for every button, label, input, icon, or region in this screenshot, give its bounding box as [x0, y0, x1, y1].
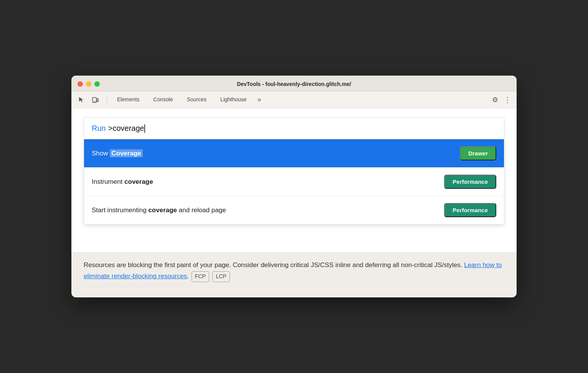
minimize-button[interactable]	[86, 81, 91, 87]
svg-rect-1	[97, 99, 98, 102]
run-label: Run	[92, 124, 106, 133]
command-input-text[interactable]: >coverage	[108, 124, 144, 133]
title-bar: DevTools - foul-heavenly-direction.glitc…	[71, 76, 517, 91]
bottom-content: Resources are blocking the first paint o…	[71, 252, 517, 297]
bold-coverage-2: coverage	[148, 206, 177, 214]
fcp-tag: FCP	[192, 271, 209, 282]
dropdown-item-show-coverage[interactable]: Show Coverage Drawer	[84, 139, 504, 168]
cursor	[144, 124, 145, 133]
tab-bar: Elements Console Sources Lighthouse » ⚙ …	[71, 91, 517, 108]
tab-console[interactable]: Console	[146, 91, 180, 108]
more-options-icon[interactable]: ⋮	[503, 95, 512, 104]
bottom-text-body: Resources are blocking the first paint o…	[84, 261, 462, 269]
bold-coverage-1: coverage	[124, 178, 153, 185]
command-dropdown: Show Coverage Drawer Instrument coverage…	[84, 139, 504, 224]
main-content: Run >coverage Show Coverage Drawer Instr…	[71, 108, 517, 252]
tab-divider	[107, 95, 107, 104]
tab-lighthouse[interactable]: Lighthouse	[213, 91, 254, 108]
lcp-tag: LCP	[212, 271, 230, 282]
bottom-paragraph: Resources are blocking the first paint o…	[84, 260, 504, 282]
dropdown-item-instrument-coverage[interactable]: Instrument coverage Performance	[84, 168, 504, 196]
device-toolbar-icon[interactable]	[90, 94, 101, 105]
tab-elements[interactable]: Elements	[110, 91, 146, 108]
traffic-lights	[78, 81, 100, 87]
dropdown-item-start-instrumenting[interactable]: Start instrumenting coverage and reload …	[84, 196, 504, 224]
dropdown-item-text-instrument-coverage: Instrument coverage	[92, 178, 153, 186]
highlight-coverage: Coverage	[110, 149, 142, 157]
performance-badge-2[interactable]: Performance	[444, 203, 496, 217]
drawer-badge[interactable]: Drawer	[460, 146, 496, 160]
more-tabs-button[interactable]: »	[254, 91, 265, 108]
cursor-icon[interactable]	[76, 94, 87, 105]
window-title: DevTools - foul-heavenly-direction.glitc…	[237, 81, 351, 87]
tab-bar-icons	[76, 94, 101, 105]
close-button[interactable]	[78, 81, 83, 87]
performance-badge-1[interactable]: Performance	[444, 175, 496, 189]
dropdown-item-text-show-coverage: Show Coverage	[92, 150, 143, 157]
maximize-button[interactable]	[94, 81, 100, 87]
command-bar: Run >coverage	[84, 117, 504, 139]
devtools-window: DevTools - foul-heavenly-direction.glitc…	[71, 76, 517, 297]
tab-sources[interactable]: Sources	[180, 91, 213, 108]
command-input-row: Run >coverage	[92, 124, 496, 133]
dropdown-item-text-start-instrumenting: Start instrumenting coverage and reload …	[92, 206, 226, 214]
settings-icon[interactable]: ⚙	[489, 94, 501, 106]
